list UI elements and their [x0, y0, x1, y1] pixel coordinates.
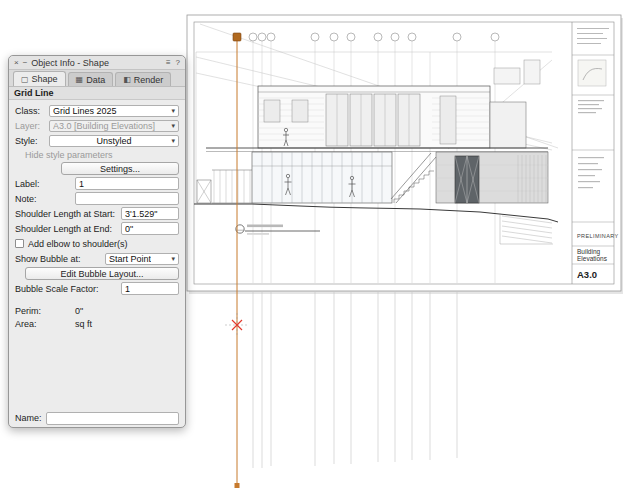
- selected-grid-bubble[interactable]: [233, 33, 241, 41]
- tab-data[interactable]: ▦ Data: [68, 72, 114, 86]
- show-bubble-dropdown[interactable]: Start Point ▾: [105, 253, 179, 265]
- shoulder-start-input[interactable]: [121, 207, 179, 220]
- chevron-down-icon: ▾: [171, 137, 175, 145]
- chevron-down-icon: ▾: [171, 255, 175, 263]
- elbow-label: Add elbow to shoulder(s): [28, 239, 128, 249]
- shoulder-end-label: Shoulder Length at End:: [15, 224, 112, 234]
- area-value: sq ft: [75, 319, 92, 329]
- object-type-header: Grid Line: [9, 87, 185, 100]
- title-block-logo: [578, 60, 606, 86]
- collapse-icon[interactable]: −: [23, 59, 28, 67]
- layer-dropdown: A3.0 [Building Elevations] ▾: [49, 120, 179, 132]
- render-tab-icon: ◧: [123, 75, 131, 84]
- help-icon[interactable]: ?: [176, 59, 180, 67]
- elbow-checkbox[interactable]: [15, 239, 24, 248]
- shoulder-end-input[interactable]: [121, 222, 179, 235]
- style-label: Style:: [15, 136, 45, 146]
- name-label: Name:: [15, 413, 42, 423]
- class-dropdown[interactable]: Grid Lines 2025 ▾: [49, 105, 179, 117]
- edit-bubble-layout-button[interactable]: Edit Bubble Layout...: [25, 267, 179, 280]
- perim-value: 0": [75, 306, 83, 316]
- palette-title: Object Info - Shape: [31, 58, 109, 68]
- menu-icon[interactable]: ≡: [166, 59, 171, 67]
- shape-tab-icon: ▢: [21, 75, 29, 84]
- chevron-down-icon: ▾: [171, 107, 175, 115]
- tab-render[interactable]: ◧ Render: [115, 72, 171, 86]
- class-label: Class:: [15, 106, 45, 116]
- tab-shape[interactable]: ▢ Shape: [13, 71, 66, 86]
- palette-titlebar[interactable]: × − Object Info - Shape ≡ ?: [9, 56, 185, 70]
- name-input[interactable]: [46, 412, 179, 425]
- tab-data-label: Data: [86, 75, 105, 85]
- grid-lines-below-sheet[interactable]: [253, 292, 457, 468]
- note-input[interactable]: [75, 192, 179, 205]
- close-icon[interactable]: ×: [14, 59, 19, 67]
- shoulder-start-label: Shoulder Length at Start:: [15, 209, 115, 219]
- layer-label: Layer:: [15, 121, 45, 131]
- palette-tabs: ▢ Shape ▦ Data ◧ Render: [9, 70, 185, 87]
- app-canvas[interactable]: PRELIMINARY Building Elevations A3.0: [0, 0, 627, 500]
- sheet-status: PRELIMINARY: [577, 233, 619, 239]
- chevron-down-icon: ▾: [171, 122, 175, 130]
- sheet-number: A3.0: [577, 269, 597, 280]
- label-label: Label:: [15, 179, 71, 189]
- tab-render-label: Render: [134, 75, 164, 85]
- layer-value: A3.0 [Building Elevations]: [53, 121, 155, 131]
- sheet-title-line2: Elevations: [577, 255, 608, 262]
- class-value: Grid Lines 2025: [53, 106, 117, 116]
- note-label: Note:: [15, 194, 71, 204]
- tab-shape-label: Shape: [32, 74, 58, 84]
- hide-style-parameters: Hide style parameters: [25, 150, 113, 160]
- object-info-palette: × − Object Info - Shape ≡ ? ▢ Shape ▦ Da…: [8, 55, 186, 428]
- bubble-scale-label: Bubble Scale Factor:: [15, 284, 99, 294]
- grid-line-end-handle[interactable]: [235, 483, 240, 488]
- perim-label: Perim:: [15, 306, 71, 316]
- bubble-scale-input[interactable]: [121, 282, 179, 295]
- data-tab-icon: ▦: [76, 75, 84, 84]
- show-bubble-value: Start Point: [109, 254, 151, 264]
- label-input[interactable]: [75, 177, 179, 190]
- style-value: Unstyled: [96, 136, 131, 146]
- area-label: Area:: [15, 319, 71, 329]
- settings-button[interactable]: Settings...: [61, 162, 179, 175]
- show-bubble-label: Show Bubble at:: [15, 254, 81, 264]
- style-dropdown[interactable]: Unstyled ▾: [49, 135, 179, 147]
